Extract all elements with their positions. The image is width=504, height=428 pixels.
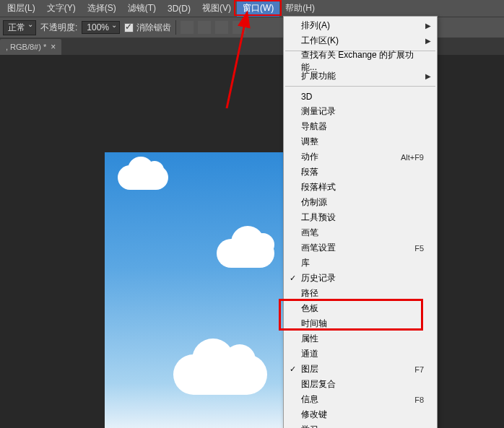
antialias-checkbox[interactable]: 消除锯齿	[124, 22, 171, 34]
tab-label: , RGB/8#) *	[6, 43, 46, 51]
menu-measure[interactable]: 测量记录	[284, 104, 437, 119]
opacity-label: 不透明度:	[40, 22, 77, 34]
close-icon[interactable]: ×	[51, 42, 56, 52]
menu-item-view[interactable]: 视图(V)	[196, 0, 237, 17]
tool-icon-2[interactable]	[198, 21, 211, 34]
menu-item-filter[interactable]: 滤镜(T)	[122, 0, 162, 17]
menu-tool-presets[interactable]: 工具预设	[284, 210, 437, 225]
menu-swatches[interactable]: 色板	[284, 301, 437, 316]
menu-item-window[interactable]: 窗口(W)	[237, 0, 279, 17]
menu-workspace[interactable]: 工作区(K)▶	[284, 33, 437, 48]
menu-brush[interactable]: 画笔	[284, 225, 437, 240]
menu-item-text[interactable]: 文字(Y)	[41, 0, 82, 17]
menu-clone[interactable]: 仿制源	[284, 195, 437, 210]
menu-item-select[interactable]: 选择(S)	[82, 0, 122, 17]
menu-timeline[interactable]: 时间轴	[284, 316, 437, 331]
menu-modifier-keys[interactable]: 修改键	[284, 407, 437, 422]
menu-item-layer[interactable]: 图层(L)	[1, 0, 41, 17]
menu-item-3d[interactable]: 3D(D)	[162, 1, 196, 16]
cloud-shape	[217, 239, 274, 268]
submenu-arrow-icon: ▶	[425, 37, 431, 45]
menu-3d[interactable]: 3D	[284, 89, 437, 104]
checkbox-icon	[124, 23, 134, 32]
cloud-shape	[118, 165, 168, 190]
submenu-arrow-icon: ▶	[425, 22, 431, 30]
menu-bar: 图层(L) 文字(Y) 选择(S) 滤镜(T) 3D(D) 视图(V) 窗口(W…	[0, 0, 504, 17]
menu-separator	[285, 86, 435, 87]
submenu-arrow-icon: ▶	[425, 72, 431, 80]
menu-properties[interactable]: 属性	[284, 331, 437, 346]
menu-brush-settings[interactable]: 画笔设置F5	[284, 240, 437, 256]
menu-adjust[interactable]: 调整	[284, 134, 437, 149]
opacity-dropdown[interactable]: 100%	[82, 21, 120, 34]
menu-library[interactable]: 库	[284, 256, 437, 271]
menu-layer-comps[interactable]: 图层复合	[284, 377, 437, 392]
menu-path[interactable]: 路径	[284, 286, 437, 301]
menu-extensions[interactable]: 扩展功能▶	[284, 69, 437, 84]
menu-item-help[interactable]: 帮助(H)	[279, 0, 321, 17]
antialias-label: 消除锯齿	[136, 22, 171, 34]
menu-info[interactable]: 信息F8	[284, 392, 437, 407]
window-dropdown-menu: 排列(A)▶ 工作区(K)▶ 查找有关 Exchange 的扩展功能... 扩展…	[283, 16, 438, 428]
menu-paragraph-style[interactable]: 段落样式	[284, 180, 437, 195]
menu-exchange[interactable]: 查找有关 Exchange 的扩展功能...	[284, 53, 437, 69]
menu-arrange[interactable]: 排列(A)▶	[284, 18, 437, 33]
menu-learn[interactable]: 学习	[284, 422, 437, 428]
tool-icon-1[interactable]	[181, 21, 194, 34]
cloud-shape	[173, 354, 267, 395]
menu-paragraph[interactable]: 段落	[284, 165, 437, 180]
menu-layers[interactable]: 图层F7	[284, 362, 437, 377]
menu-actions[interactable]: 动作Alt+F9	[284, 149, 437, 165]
blend-mode-dropdown[interactable]: 正常	[3, 20, 36, 35]
menu-navigator[interactable]: 导航器	[284, 119, 437, 134]
tool-icon-3[interactable]	[215, 21, 228, 34]
menu-channels[interactable]: 通道	[284, 346, 437, 362]
document-tab[interactable]: , RGB/8#) * ×	[0, 39, 61, 55]
menu-history[interactable]: 历史记录	[284, 271, 437, 286]
tool-icon-4[interactable]	[233, 21, 246, 34]
separator	[175, 20, 176, 35]
